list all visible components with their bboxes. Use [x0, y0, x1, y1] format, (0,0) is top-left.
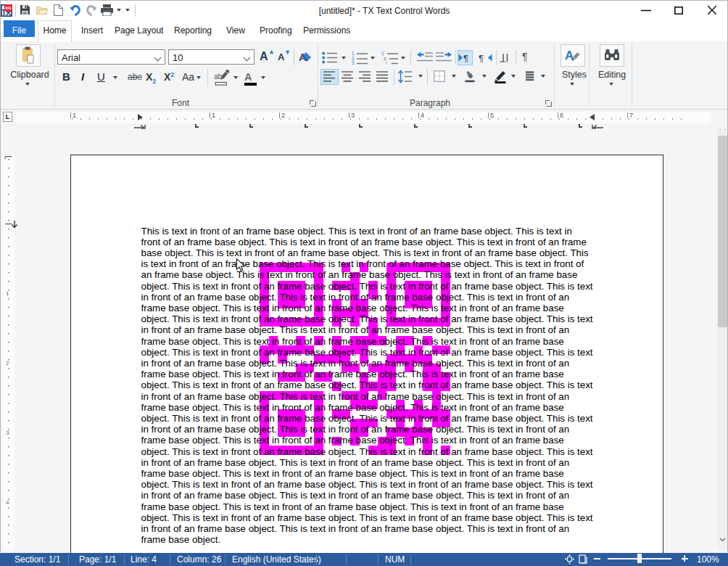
svg-text:1: 1	[6, 290, 9, 297]
svg-text:3: 3	[352, 60, 355, 65]
svg-text:2: 2	[6, 360, 9, 366]
svg-text:1: 1	[352, 51, 355, 56]
svg-text:3: 3	[6, 430, 9, 436]
svg-text:1: 1	[381, 51, 384, 56]
svg-text:i: i	[386, 60, 386, 65]
svg-text:¶: ¶	[479, 53, 484, 62]
svg-text:4: 4	[6, 499, 9, 506]
svg-text:¶: ¶	[463, 53, 468, 62]
